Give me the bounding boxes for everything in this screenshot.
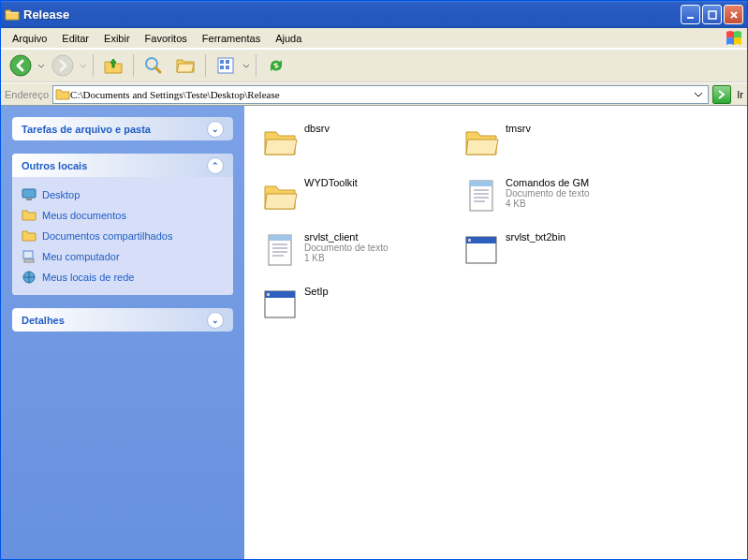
address-input-wrap[interactable] — [52, 85, 709, 104]
svg-rect-10 — [22, 189, 36, 198]
svg-point-2 — [10, 55, 31, 76]
menu-editar[interactable]: Editar — [54, 31, 96, 46]
panel-tasks: Tarefas de arquivo e pasta ⌄ — [12, 117, 233, 140]
file-meta: Documento de texto — [506, 188, 590, 199]
app-icon — [462, 231, 500, 269]
panel-details-header[interactable]: Detalhes ⌄ — [12, 308, 233, 332]
panel-details-title: Detalhes — [22, 315, 207, 326]
file-name: tmsrv — [506, 123, 531, 134]
file-name: dbsrv — [304, 123, 330, 134]
svg-rect-0 — [687, 17, 694, 19]
svg-rect-13 — [24, 259, 34, 262]
go-label: Ir — [737, 89, 743, 100]
folder-icon — [22, 228, 37, 243]
windows-flag-icon — [725, 30, 743, 47]
toolbar-separator — [133, 54, 134, 77]
panel-tasks-header[interactable]: Tarefas de arquivo e pasta ⌄ — [12, 117, 233, 140]
menu-favoritos[interactable]: Favoritos — [138, 31, 195, 46]
folder-icon — [261, 177, 299, 214]
file-meta: Documento de texto — [304, 243, 389, 253]
folder-icon — [22, 208, 37, 223]
views-button[interactable] — [212, 52, 240, 80]
toolbar-separator — [93, 54, 94, 77]
file-item-folder[interactable]: tmsrv — [459, 119, 660, 164]
computer-icon — [22, 249, 37, 264]
address-label: Endereço — [5, 89, 49, 100]
collapse-icon: ⌃ — [207, 157, 224, 174]
file-name: srvlst_txt2bin — [506, 231, 565, 243]
file-item-text[interactable]: srvlst_client Documento de texto 1 KB — [257, 228, 459, 273]
address-dropdown-icon[interactable] — [691, 87, 706, 102]
address-input[interactable] — [70, 89, 691, 100]
menu-bar: Arquivo Editar Exibir Favoritos Ferramen… — [1, 28, 747, 49]
minimize-button[interactable] — [681, 5, 700, 24]
title-bar: Release — [1, 1, 747, 28]
sidebar-item-desktop[interactable]: Desktop — [22, 184, 224, 205]
sidebar-item-label: Documentos compartilhados — [42, 230, 172, 242]
panel-other-title: Outros locais — [22, 160, 207, 171]
menu-ajuda[interactable]: Ajuda — [268, 31, 309, 46]
toolbar — [1, 49, 747, 82]
panel-other: Outros locais ⌃ Desktop Meus documentos … — [12, 154, 233, 295]
svg-rect-9 — [226, 66, 229, 69]
file-item-folder[interactable]: dbsrv — [257, 119, 459, 164]
panel-tasks-title: Tarefas de arquivo e pasta — [22, 124, 207, 135]
folder-icon — [55, 87, 70, 102]
folder-icon — [462, 123, 500, 160]
file-size: 1 KB — [304, 253, 389, 263]
expand-icon: ⌄ — [207, 121, 224, 138]
menu-ferramentas[interactable]: Ferramentas — [195, 31, 268, 46]
network-icon — [22, 270, 37, 285]
sidebar-item-label: Meu computador — [42, 251, 120, 262]
app-icon — [261, 286, 299, 323]
desktop-icon — [22, 187, 37, 202]
sidebar-item-computer[interactable]: Meu computador — [22, 246, 224, 267]
toolbar-separator — [205, 54, 206, 77]
back-dropdown-icon[interactable] — [37, 53, 45, 78]
svg-rect-6 — [220, 60, 224, 64]
file-item-app[interactable]: srvlst_txt2bin — [459, 228, 660, 273]
panel-other-header[interactable]: Outros locais ⌃ — [12, 154, 233, 177]
text-file-icon — [462, 177, 500, 214]
file-item-app[interactable]: SetIp — [257, 282, 459, 327]
file-item-text[interactable]: Comandos de GM Documento de texto 4 KB — [459, 173, 660, 218]
toolbar-separator — [256, 54, 257, 77]
svg-rect-1 — [709, 11, 716, 19]
maximize-button[interactable] — [702, 5, 722, 24]
svg-rect-32 — [267, 293, 270, 296]
close-button[interactable] — [724, 5, 743, 24]
sidebar-item-documents[interactable]: Meus documentos — [22, 205, 224, 226]
search-button[interactable] — [139, 52, 168, 80]
sidebar-item-label: Meus locais de rede — [42, 272, 134, 283]
back-button[interactable] — [7, 52, 35, 80]
svg-point-3 — [52, 55, 73, 76]
svg-rect-22 — [269, 235, 291, 241]
content-area: Tarefas de arquivo e pasta ⌄ Outros loca… — [1, 105, 747, 559]
go-button[interactable] — [712, 85, 731, 104]
views-dropdown-icon[interactable] — [242, 53, 250, 78]
sidebar-item-network[interactable]: Meus locais de rede — [22, 267, 224, 287]
folder-icon — [5, 7, 20, 22]
window-title: Release — [23, 7, 681, 22]
folders-button[interactable] — [171, 52, 199, 80]
sidebar-item-label: Desktop — [42, 189, 80, 200]
svg-rect-8 — [220, 66, 224, 69]
file-name: WYDToolkit — [304, 177, 358, 188]
forward-button[interactable] — [49, 52, 77, 80]
file-item-folder[interactable]: WYDToolkit — [257, 173, 459, 218]
file-name: srvlst_client — [304, 231, 389, 243]
sidebar-item-shared[interactable]: Documentos compartilhados — [22, 226, 224, 246]
sync-button[interactable] — [262, 52, 290, 80]
file-name: Comandos de GM — [506, 177, 590, 188]
up-button[interactable] — [99, 52, 127, 80]
sidebar: Tarefas de arquivo e pasta ⌄ Outros loca… — [1, 106, 244, 559]
menu-arquivo[interactable]: Arquivo — [5, 31, 54, 46]
menu-exibir[interactable]: Exibir — [96, 31, 138, 46]
svg-rect-11 — [26, 199, 32, 200]
file-list: dbsrv tmsrv WYDToolkit Comandos de GM Do… — [244, 106, 747, 559]
file-size: 4 KB — [506, 199, 590, 209]
svg-rect-29 — [468, 239, 471, 242]
forward-dropdown-icon[interactable] — [80, 53, 87, 78]
svg-rect-12 — [23, 251, 33, 258]
address-bar: Endereço Ir — [1, 82, 747, 105]
